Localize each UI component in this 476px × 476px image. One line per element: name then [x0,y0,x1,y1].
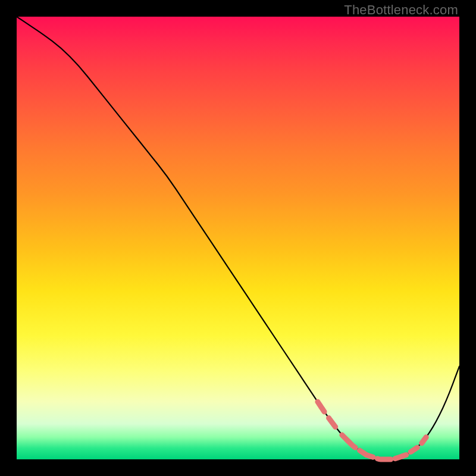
highlight-dash [329,418,336,427]
curve-svg [17,17,459,459]
highlight-dashes [318,402,426,459]
highlight-dash [422,437,426,443]
highlight-dash [411,447,417,452]
highlight-dash [395,455,406,459]
highlight-dash [360,450,373,457]
highlight-dash [377,459,390,459]
chart-frame: TheBottleneck.com [0,0,476,476]
watermark-text: TheBottleneck.com [344,2,458,18]
highlight-dash [318,402,324,412]
bottleneck-curve [17,17,459,459]
highlight-dash [342,435,355,447]
plot-area [17,17,459,459]
